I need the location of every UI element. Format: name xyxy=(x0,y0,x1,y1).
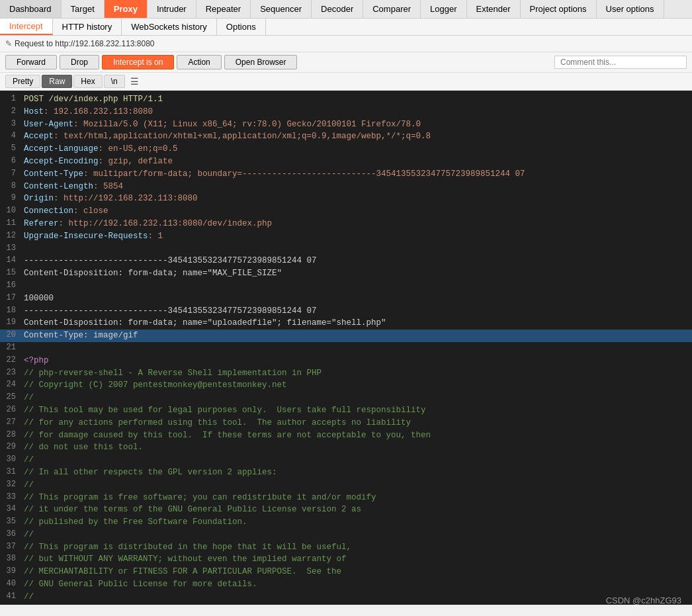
line-number: 1 xyxy=(0,93,21,106)
code-line: 34// it under the terms of the GNU Gener… xyxy=(0,504,692,516)
code-line: 23// php-reverse-shell - A Reverse Shell… xyxy=(0,367,692,380)
top-nav-item-proxy[interactable]: Proxy xyxy=(105,0,148,18)
code-line: 10Connection: close xyxy=(0,205,692,218)
code-line: 2Host: 192.168.232.113:8080 xyxy=(0,106,692,118)
line-number: 27 xyxy=(0,417,21,429)
top-nav-item-target[interactable]: Target xyxy=(62,0,105,18)
line-number: 39 xyxy=(0,566,21,578)
code-line: 22<?php xyxy=(0,355,692,367)
pretty-button[interactable]: Pretty xyxy=(5,75,40,88)
line-content: Upgrade-Insecure-Requests: 1 xyxy=(21,230,692,243)
menu-icon[interactable]: ☰ xyxy=(126,75,143,88)
code-area[interactable]: 1POST /dev/index.php HTTP/1.12Host: 192.… xyxy=(0,91,692,605)
line-content: 100000 xyxy=(21,292,692,305)
code-line: 8Content-Length: 5854 xyxy=(0,181,692,193)
sub-nav-item-http-history[interactable]: HTTP history xyxy=(53,19,122,35)
line-content: // This tool may be used for legal purpo… xyxy=(21,404,692,417)
line-number: 31 xyxy=(0,466,21,479)
raw-button[interactable]: Raw xyxy=(42,75,72,88)
line-number: 18 xyxy=(0,305,21,318)
top-nav-item-sequencer[interactable]: Sequencer xyxy=(251,0,312,18)
line-number: 16 xyxy=(0,280,21,292)
code-line: 29// do not use this tool. xyxy=(0,441,692,454)
line-number: 34 xyxy=(0,504,21,516)
code-line: 33// This program is free software; you … xyxy=(0,492,692,504)
line-number: 21 xyxy=(0,342,21,355)
line-number: 24 xyxy=(0,379,21,392)
line-content: // xyxy=(21,591,692,603)
drop-button[interactable]: Drop xyxy=(60,55,99,69)
code-line: 32// xyxy=(0,479,692,492)
pencil-icon: ✎ xyxy=(5,39,12,48)
code-line: 14-----------------------------345413553… xyxy=(0,255,692,267)
line-content: // GNU General Public License for more d… xyxy=(21,578,692,591)
top-nav-item-dashboard[interactable]: Dashboard xyxy=(0,0,62,18)
line-content xyxy=(21,342,692,355)
line-content: // xyxy=(21,454,692,466)
top-nav-item-user-options[interactable]: User options xyxy=(597,0,664,18)
line-content: // xyxy=(21,479,692,492)
line-content: Content-Type: multipart/form-data; bound… xyxy=(21,168,692,181)
line-content: // php-reverse-shell - A Reverse Shell i… xyxy=(21,367,692,380)
line-content: // You should have received a copy of th… xyxy=(21,603,692,605)
action-button[interactable]: Action xyxy=(177,55,221,69)
code-line: 13 xyxy=(0,243,692,255)
line-number: 37 xyxy=(0,541,21,554)
line-number: 3 xyxy=(0,118,21,131)
top-nav-item-logger[interactable]: Logger xyxy=(421,0,466,18)
line-number: 26 xyxy=(0,404,21,417)
line-content: // This program is free software; you ca… xyxy=(21,492,692,504)
sub-nav-item-intercept[interactable]: Intercept xyxy=(0,19,53,35)
line-content xyxy=(21,280,692,292)
code-line: 38// but WITHOUT ANY WARRANTY; without e… xyxy=(0,553,692,566)
top-nav-item-extender[interactable]: Extender xyxy=(467,0,521,18)
sub-nav-item-websockets-history[interactable]: WebSockets history xyxy=(122,19,217,35)
toolbar: Forward Drop Intercept is on Action Open… xyxy=(0,52,692,73)
line-content: Referer: http://192.168.232.113:8080/dev… xyxy=(21,218,692,230)
newline-button[interactable]: \n xyxy=(104,75,125,88)
sub-navigation: InterceptHTTP historyWebSockets historyO… xyxy=(0,19,692,36)
line-content: <?php xyxy=(21,355,692,367)
comment-input[interactable] xyxy=(554,56,687,69)
line-content: // Copyright (C) 2007 pentestmonkey@pent… xyxy=(21,379,692,392)
code-line: 11Referer: http://192.168.232.113:8080/d… xyxy=(0,218,692,230)
line-content: // xyxy=(21,529,692,541)
code-line: 12Upgrade-Insecure-Requests: 1 xyxy=(0,230,692,243)
code-line: 37// This program is distributed in the … xyxy=(0,541,692,554)
top-nav-item-project-options[interactable]: Project options xyxy=(521,0,597,18)
intercept-button[interactable]: Intercept is on xyxy=(102,55,174,69)
sub-nav-item-options[interactable]: Options xyxy=(217,19,266,35)
line-number: 22 xyxy=(0,355,21,367)
forward-button[interactable]: Forward xyxy=(5,55,57,69)
line-number: 23 xyxy=(0,367,21,380)
line-number: 25 xyxy=(0,392,21,404)
code-line: 39// MERCHANTABILITY or FITNESS FOR A PA… xyxy=(0,566,692,578)
code-line: 28// for damage caused by this tool. If … xyxy=(0,429,692,442)
top-nav-item-repeater[interactable]: Repeater xyxy=(196,0,251,18)
code-line: 1POST /dev/index.php HTTP/1.1 xyxy=(0,93,692,106)
line-content: // for damage caused by this tool. If th… xyxy=(21,429,692,442)
hex-button[interactable]: Hex xyxy=(73,75,102,88)
line-number: 19 xyxy=(0,317,21,330)
line-number: 29 xyxy=(0,441,21,454)
line-content: // for any actions performed using this … xyxy=(21,417,692,429)
line-number: 32 xyxy=(0,479,21,492)
top-nav-item-decoder[interactable]: Decoder xyxy=(312,0,363,18)
open-browser-button[interactable]: Open Browser xyxy=(224,55,298,69)
line-number: 40 xyxy=(0,578,21,591)
line-number: 36 xyxy=(0,529,21,541)
code-line: 7Content-Type: multipart/form-data; boun… xyxy=(0,168,692,181)
top-nav-item-intruder[interactable]: Intruder xyxy=(148,0,196,18)
line-number: 5 xyxy=(0,143,21,155)
line-content: // do not use this tool. xyxy=(21,441,692,454)
code-line: 31// In all other respects the GPL versi… xyxy=(0,466,692,479)
top-nav-item-comparer[interactable]: Comparer xyxy=(363,0,421,18)
line-content: // This program is distributed in the ho… xyxy=(21,541,692,554)
line-content xyxy=(21,243,692,255)
line-number: 20 xyxy=(0,330,21,342)
line-content: // but WITHOUT ANY WARRANTY; without eve… xyxy=(21,553,692,566)
line-number: 30 xyxy=(0,454,21,466)
line-content: Origin: http://192.168.232.113:8080 xyxy=(21,193,692,205)
line-number: 12 xyxy=(0,230,21,243)
line-content: // In all other respects the GPL version… xyxy=(21,466,692,479)
